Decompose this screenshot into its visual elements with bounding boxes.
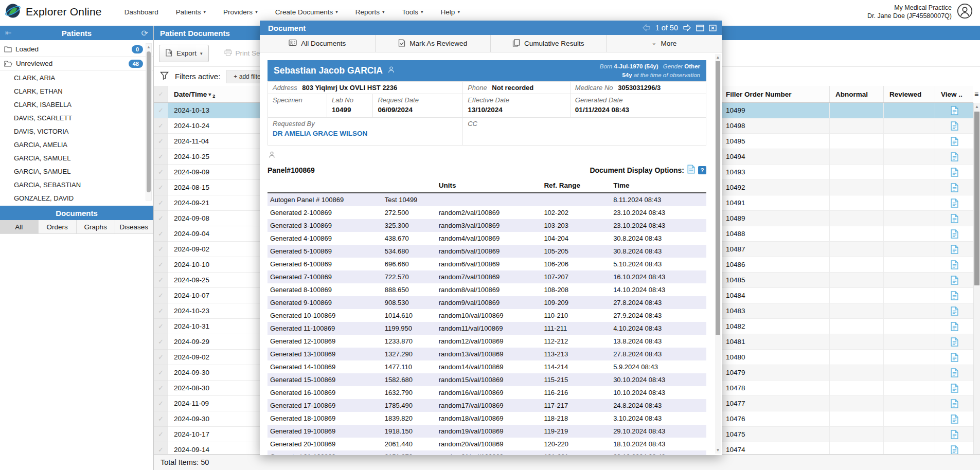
view-cell[interactable] (935, 211, 973, 226)
nav-patients[interactable]: Patients▾ (176, 8, 206, 16)
order-row[interactable]: 10476 (720, 411, 973, 427)
order-row[interactable]: 10488 (720, 226, 973, 242)
person-icon[interactable] (387, 66, 395, 76)
view-document-icon[interactable] (951, 291, 958, 300)
patient-item[interactable]: DAVIS, SCARLETT (0, 111, 153, 124)
view-cell[interactable] (935, 118, 973, 134)
scrollbar-thumb[interactable] (974, 112, 979, 285)
result-row[interactable]: Generated 20-1008692061.440random20/val/… (268, 438, 706, 450)
row-check-icon[interactable]: ✓ (154, 350, 168, 365)
scroll-up-icon[interactable]: ▲ (974, 103, 980, 111)
result-row[interactable]: Generated 16-1008691632.790random16/val/… (268, 386, 706, 399)
row-check-icon[interactable]: ✓ (154, 365, 168, 381)
result-row[interactable]: Generated 7-100869722.570random7/val/100… (268, 270, 706, 283)
order-row[interactable]: 10483 (720, 303, 973, 319)
document-view-icon[interactable] (687, 165, 695, 175)
document-row[interactable]: ✓2024-10-17 (154, 427, 262, 442)
order-row[interactable]: 10487 (720, 242, 973, 257)
column-menu-icon[interactable]: ≡ (973, 90, 979, 98)
view-document-icon[interactable] (951, 183, 958, 192)
nav-help[interactable]: Help▾ (441, 8, 460, 16)
result-row[interactable]: Generated 5-100869534.680random5/val/100… (268, 245, 706, 258)
document-row[interactable]: ✓2024-08-30 (154, 381, 262, 396)
order-row[interactable]: 10475 (720, 427, 973, 442)
modal-scrollbar[interactable]: ▲ ▼ (715, 54, 721, 454)
row-check-icon[interactable]: ✓ (154, 195, 168, 211)
row-check-icon[interactable]: ✓ (154, 303, 168, 319)
scroll-up-icon[interactable]: ▲ (715, 54, 721, 61)
row-check-icon[interactable]: ✓ (154, 118, 168, 134)
tab-graphs[interactable]: Graphs (77, 220, 115, 233)
nav-reports[interactable]: Reports▾ (355, 8, 385, 16)
reviewed-header[interactable]: Reviewed (883, 86, 935, 102)
result-row[interactable]: Generated 6-100869696.660random6/val/100… (268, 258, 706, 270)
result-row[interactable]: Generated 9-100869908.530random9/val/100… (268, 296, 706, 309)
patients-scrollbar[interactable]: ▲ (146, 43, 152, 201)
tab-orders[interactable]: Orders (39, 220, 77, 233)
view-cell[interactable] (935, 319, 973, 334)
document-row[interactable]: ✓2024-09-30 (154, 411, 262, 427)
all-documents-button[interactable]: All Documents (260, 35, 376, 52)
refresh-icon[interactable]: ⟳ (141, 28, 148, 38)
result-row[interactable]: Generated 13-1008691327.290random13/val/… (268, 348, 706, 360)
document-row[interactable]: ✓2024-09-02 (154, 242, 262, 257)
view-document-icon[interactable] (951, 306, 958, 316)
order-row[interactable]: 10482 (720, 319, 973, 334)
result-row[interactable]: Generated 18-1008691839.820random18/val/… (268, 412, 706, 425)
row-check-icon[interactable]: ✓ (154, 226, 168, 242)
document-row[interactable]: ✓2024-09-02 (154, 350, 262, 365)
date-table-header[interactable]: ✓ Date/Time ▾ 2 (154, 86, 262, 103)
view-cell[interactable] (935, 365, 973, 381)
view-cell[interactable] (935, 288, 973, 303)
collapse-sidebar-icon[interactable]: ⇤ (5, 28, 12, 38)
view-document-icon[interactable] (951, 353, 958, 362)
row-check-icon[interactable]: ✓ (154, 411, 168, 427)
document-row[interactable]: ✓2024-08-15 (154, 180, 262, 195)
mark-as-reviewed-button[interactable]: Mark As Reviewed (376, 35, 491, 52)
patient-item[interactable]: CLARK, ISABELLA (0, 98, 153, 111)
result-row[interactable]: Generated 11-1008691199.950random11/val/… (268, 322, 706, 335)
nav-dashboard[interactable]: Dashboard (124, 8, 158, 16)
patient-item[interactable]: DAVIS, VICTORIA (0, 124, 153, 138)
result-row[interactable]: Generated 19-1008691918.150random19/val/… (268, 425, 706, 438)
date-column-header[interactable]: Date/Time (174, 91, 207, 98)
order-row[interactable]: 10478 (720, 381, 973, 396)
result-row[interactable]: Generated 15-1008691582.680random15/val/… (268, 373, 706, 386)
view-cell[interactable] (935, 381, 973, 396)
order-row[interactable]: 10479 (720, 365, 973, 381)
order-row[interactable]: 10477 (720, 396, 973, 411)
view-cell[interactable] (935, 303, 973, 319)
document-row[interactable]: ✓2024-09-08 (154, 211, 262, 226)
result-row[interactable]: Generated 8-100869888.650random8/val/100… (268, 283, 706, 296)
row-check-icon[interactable]: ✓ (154, 103, 168, 118)
row-check-icon[interactable]: ✓ (154, 134, 168, 149)
view-cell[interactable] (935, 226, 973, 242)
view-document-icon[interactable] (951, 198, 958, 208)
scrollbar-thumb[interactable] (147, 51, 151, 192)
cumulative-results-button[interactable]: Cumulative Results (491, 35, 607, 52)
document-row[interactable]: ✓2024-09-09 (154, 165, 262, 180)
nav-providers[interactable]: Providers▾ (223, 8, 258, 16)
view-cell[interactable] (935, 273, 973, 288)
patient-item[interactable]: GARCIA, SAMUEL (0, 165, 153, 178)
view-cell[interactable] (935, 427, 973, 442)
patient-item[interactable]: GARCIA, AMELIA (0, 138, 153, 151)
scrollbar-thumb[interactable] (716, 61, 720, 335)
view-document-icon[interactable] (951, 430, 958, 439)
order-row[interactable]: 10492 (720, 180, 973, 195)
row-check-icon[interactable]: ✓ (154, 149, 168, 165)
view-document-icon[interactable] (951, 384, 958, 393)
row-check-icon[interactable]: ✓ (154, 257, 168, 273)
document-row[interactable]: ✓2024-10-24 (154, 118, 262, 134)
main-scrollbar[interactable]: ▲ (973, 103, 980, 454)
view-document-icon[interactable] (951, 229, 958, 239)
scroll-down-icon[interactable]: ▼ (715, 447, 721, 454)
restore-window-icon[interactable] (696, 25, 704, 31)
document-row[interactable]: ✓2024-10-23 (154, 303, 262, 319)
order-row[interactable]: 10495 (720, 134, 973, 149)
order-row[interactable]: 10484 (720, 288, 973, 303)
view-document-icon[interactable] (951, 414, 958, 424)
nav-create-documents[interactable]: Create Documents▾ (275, 8, 338, 16)
order-row[interactable]: 10485 (720, 273, 973, 288)
view-cell[interactable] (935, 257, 973, 273)
